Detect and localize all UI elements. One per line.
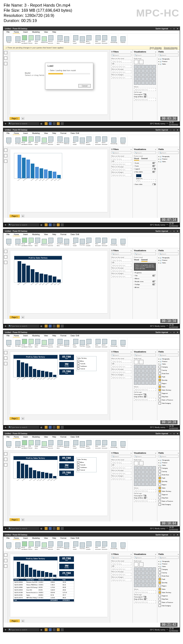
ribbon-get_data[interactable]: Get data — [15, 439, 21, 450]
ribbon-refresh[interactable]: Refresh — [64, 34, 70, 45]
ribbon-paste[interactable]: Paste — [6, 541, 12, 551]
viz-type-icon[interactable] — [141, 579, 145, 583]
menu-insert[interactable]: Insert — [22, 435, 29, 438]
bar[interactable] — [31, 164, 34, 178]
discard-changes-link[interactable]: Discard changes — [164, 47, 178, 49]
bar[interactable] — [31, 269, 34, 282]
field-checkbox[interactable] — [158, 568, 161, 571]
ribbon-quick[interactable]: Quick measure — [102, 237, 108, 247]
field-checkbox[interactable] — [158, 366, 161, 368]
explorer-icon[interactable] — [45, 426, 48, 429]
viz-type-icon[interactable] — [153, 381, 156, 385]
viz-type-icon[interactable] — [141, 377, 145, 381]
viz-type-icon[interactable] — [149, 81, 152, 85]
edge-icon[interactable] — [49, 122, 52, 125]
apply-changes-link[interactable]: Apply changes — [150, 47, 162, 49]
explorer-icon[interactable] — [45, 122, 48, 125]
field-item[interactable]: Profit — [158, 476, 179, 480]
menu-file[interactable]: File — [5, 233, 11, 236]
viz-type-icon[interactable] — [134, 73, 137, 77]
report-page[interactable]: Build Select or drag fields to Load ○ Sa… — [10, 52, 108, 114]
collapse-icon[interactable]: › — [178, 249, 179, 252]
viz-type-icon[interactable] — [145, 579, 149, 583]
field-checkbox[interactable] — [158, 473, 161, 476]
field-item[interactable]: Category — [158, 365, 179, 369]
viz-type-icon[interactable] — [138, 69, 141, 73]
viz-type-icon[interactable] — [134, 474, 137, 478]
ribbon-new_visual[interactable]: New visual — [73, 439, 79, 450]
taskbar-search[interactable]: 🔍 Type here to search — [8, 628, 39, 631]
fields-search[interactable]: 🔍 Search — [158, 151, 179, 154]
ribbon-measure[interactable]: New measure — [95, 541, 101, 551]
table-row[interactable]: CA-2011-100916Xerox 19522/5/20111,044.63… — [14, 589, 74, 592]
app-icon[interactable] — [57, 122, 60, 125]
model-view-icon[interactable] — [4, 261, 7, 264]
ribbon-excel[interactable]: Excel workbook — [22, 439, 27, 450]
report-view-icon[interactable] — [4, 452, 7, 455]
tray-chevron-icon[interactable]: ^ — [167, 527, 168, 530]
bar[interactable] — [26, 160, 30, 178]
field-item[interactable]: State or Province — [158, 500, 179, 503]
kpi-sales[interactable]: 85.73MSales — [59, 456, 74, 461]
edge-icon[interactable] — [49, 426, 52, 429]
page-tab[interactable]: Page 1 — [10, 417, 20, 420]
viz-type-icon[interactable] — [149, 571, 152, 575]
field-item[interactable]: Sub-Category — [158, 503, 179, 506]
ribbon-publish[interactable]: Publish — [120, 34, 126, 45]
menu-home[interactable]: Home — [13, 30, 20, 34]
viz-type-icon[interactable] — [149, 575, 152, 579]
filters-search[interactable]: 🔍 Search — [111, 455, 131, 458]
menu-data-drill[interactable]: Data / Drill — [70, 132, 80, 135]
maximize-button[interactable]: □ — [173, 230, 175, 232]
store-icon[interactable] — [53, 628, 56, 631]
table-row[interactable]: CA-2011-101266Novimex Executive Leather … — [14, 592, 74, 594]
viz-type-icon[interactable] — [141, 369, 145, 373]
data-view-icon[interactable] — [4, 559, 7, 562]
build-tab-icon[interactable] — [134, 60, 138, 64]
bar[interactable] — [22, 158, 26, 178]
format-tab-icon[interactable] — [139, 360, 143, 364]
minimize-button[interactable]: – — [170, 331, 171, 333]
menu-insert[interactable]: Insert — [22, 537, 29, 539]
task-view-icon[interactable]: ◧ — [41, 122, 42, 125]
ribbon-transform[interactable]: Transform data — [57, 338, 63, 348]
ribbon-more[interactable]: More visuals — [86, 541, 92, 551]
viz-type-icon[interactable] — [145, 381, 149, 385]
viz-type-icon[interactable] — [153, 478, 156, 482]
start-button[interactable]: ⊞ — [5, 224, 6, 226]
store-icon[interactable] — [53, 426, 56, 429]
bar[interactable] — [22, 264, 26, 282]
viz-type-icon[interactable] — [149, 377, 152, 381]
viz-type-icon[interactable] — [153, 373, 156, 377]
bar[interactable] — [40, 274, 43, 282]
viz-type-icon[interactable] — [153, 77, 156, 81]
field-item[interactable]: Segment — [158, 594, 179, 597]
menu-file[interactable]: File — [5, 537, 11, 539]
menu-format[interactable]: Format — [59, 435, 67, 438]
explorer-icon[interactable] — [45, 223, 48, 226]
maximize-button[interactable]: □ — [173, 28, 175, 30]
bar[interactable] — [44, 169, 48, 178]
viz-type-icon[interactable] — [138, 583, 141, 587]
bar[interactable] — [44, 274, 48, 282]
data-view-icon[interactable] — [4, 458, 7, 461]
page-tab[interactable]: Page 1 — [10, 619, 20, 622]
bar[interactable] — [49, 573, 52, 577]
page-tab[interactable]: Page 1 — [10, 215, 20, 217]
store-icon[interactable] — [53, 527, 56, 530]
app-icon[interactable] — [57, 426, 60, 429]
ribbon-measure[interactable]: New measure — [95, 338, 101, 348]
model-view-icon[interactable] — [4, 463, 7, 466]
collapse-icon[interactable]: › — [131, 553, 131, 555]
table-row[interactable]: CA-2011-100706Fellowes PB500 Electric Pu… — [14, 584, 74, 586]
ribbon-dataverse[interactable]: Dataverse — [41, 136, 47, 146]
field-checkbox[interactable] — [158, 379, 161, 381]
ribbon-publish[interactable]: Publish — [120, 237, 126, 247]
report-page[interactable]: Profit by Sales Territory North AsiaSout… — [10, 453, 108, 516]
kpi-profit[interactable]: 25.78MProfit — [59, 369, 74, 375]
table-item[interactable]: ▸ 📊 Product — [158, 60, 179, 63]
viz-type-icon[interactable] — [138, 73, 141, 77]
menu-view[interactable]: View — [43, 132, 49, 135]
model-view-icon[interactable] — [4, 62, 7, 65]
store-icon[interactable] — [53, 223, 56, 226]
